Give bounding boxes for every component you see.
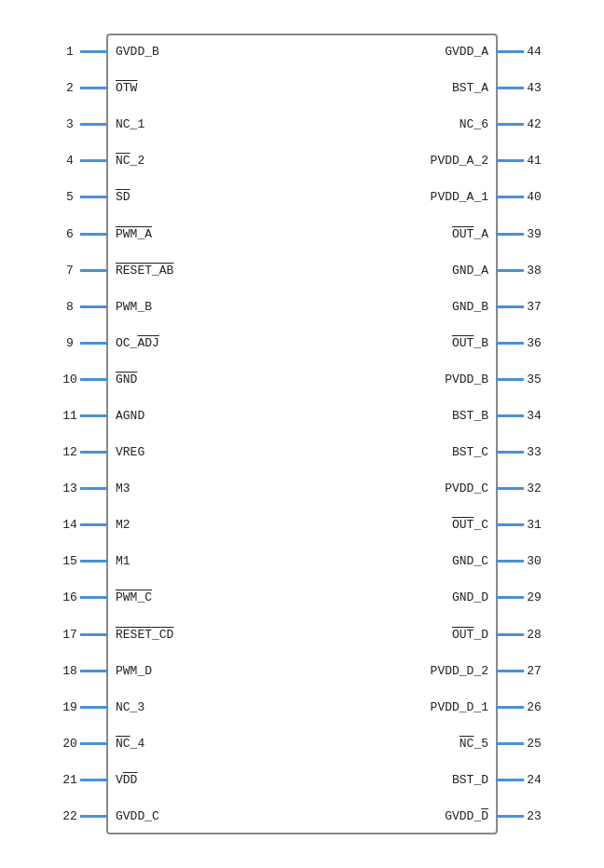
pin-line (496, 779, 524, 781)
pin-label-nc1: NC_1 (116, 118, 144, 130)
pin-label-out-c: OUT_C (452, 519, 488, 531)
pin-line (80, 742, 108, 745)
pin-number: 15 (60, 554, 80, 568)
pin-line (496, 159, 524, 162)
pin-number: 5 (60, 190, 80, 204)
pin-label-out-a: OUT_A (452, 228, 488, 240)
pin-row: 30 (496, 543, 572, 579)
pin-line (496, 815, 524, 818)
pin-label-nc5: NC_5 (460, 738, 488, 750)
pin-row: 16 (32, 579, 108, 616)
pin-label-bst-b: BST_B (452, 410, 488, 422)
pin-label-out-d: OUT_D (452, 629, 488, 641)
pin-line (80, 87, 108, 89)
pin-label-row: BST_B (445, 398, 496, 434)
pin-line (80, 159, 108, 162)
pin-row: 28 (496, 617, 572, 653)
pin-line (496, 233, 524, 236)
pin-label-row: M2 (108, 507, 295, 543)
pin-label-vdd: VDD (116, 774, 137, 786)
pin-row: 13 (32, 470, 108, 507)
pin-row: 10 (32, 361, 108, 398)
pin-label-gnd-c: GND_C (452, 555, 488, 567)
pin-number: 4 (60, 154, 80, 168)
pin-row: 34 (496, 398, 572, 434)
pin-line (496, 378, 524, 381)
pin-row: 15 (32, 543, 108, 579)
pin-label-row: NC_1 (108, 106, 295, 142)
pin-row: 19 (32, 689, 108, 726)
pin-line (80, 560, 108, 563)
pin-number: 41 (524, 154, 544, 168)
pin-label-row: OUT_C (445, 507, 496, 543)
pin-line (80, 451, 108, 454)
pin-row: 7 (32, 252, 108, 289)
pin-line (496, 706, 524, 709)
pin-label-bst-c: BST_C (452, 446, 488, 458)
pin-row: 44 (496, 34, 572, 70)
pin-number: 42 (524, 117, 544, 131)
pin-line (80, 596, 108, 599)
left-pins: 1 2 3 4 5 6 7 8 (32, 34, 108, 834)
pin-number: 2 (60, 81, 80, 95)
pin-label-gvdd-d: GVDD_D (445, 810, 488, 822)
pin-line (496, 50, 524, 53)
pin-row: 9 (32, 325, 108, 361)
pin-label-row: GND_D (445, 579, 496, 616)
pin-line (80, 50, 108, 53)
pin-label-m3: M3 (116, 482, 130, 495)
pin-label-reset-ab: RESET_AB (116, 264, 173, 277)
pin-label-pvdd-a2: PVDD_A_2 (431, 155, 488, 167)
pin-number: 25 (524, 737, 544, 751)
pin-row: 32 (496, 470, 572, 507)
pin-row: 36 (496, 325, 572, 361)
pin-label-nc3: NC_3 (116, 701, 144, 713)
pin-label-row: BST_C (445, 434, 496, 470)
pin-label-row: OC_ADJ (108, 325, 295, 361)
pin-label-agnd: AGND (116, 410, 144, 422)
pin-line (80, 233, 108, 236)
pin-label-m2: M2 (116, 519, 130, 531)
pin-row: 24 (496, 762, 572, 798)
pin-row: 5 (32, 179, 108, 215)
pin-line (80, 378, 108, 381)
pin-number: 11 (60, 409, 80, 423)
pin-line (496, 196, 524, 198)
pin-label-row: PVDD_A_1 (423, 179, 496, 215)
pin-line (496, 523, 524, 526)
pin-number: 32 (524, 481, 544, 495)
pin-number: 31 (524, 518, 544, 532)
pin-line (80, 123, 108, 126)
pin-label-row: OUT_A (445, 215, 496, 251)
pin-label-row: OUT_B (445, 325, 496, 361)
pin-number: 22 (60, 809, 80, 823)
pin-label-m1: M1 (116, 555, 130, 567)
pin-number: 13 (60, 481, 80, 495)
pin-label-row: GND_B (445, 289, 496, 325)
pin-line (496, 560, 524, 563)
pin-row: 2 (32, 70, 108, 106)
pin-number: 27 (524, 664, 544, 678)
pin-label-row: OUT_D (445, 617, 496, 653)
pin-line (496, 670, 524, 672)
pin-label-row: PVDD_A_2 (423, 142, 496, 179)
pin-label-gnd-d: GND_D (452, 591, 488, 604)
pin-number: 19 (60, 700, 80, 714)
pin-line (496, 451, 524, 454)
pin-row: 26 (496, 689, 572, 726)
pin-number: 24 (524, 773, 544, 787)
pin-row: 12 (32, 434, 108, 470)
pin-label-bst-d: BST_D (452, 774, 488, 786)
pin-label-bst-a: BST_A (452, 82, 488, 94)
pin-number: 17 (60, 628, 80, 642)
pin-row: 21 (32, 762, 108, 798)
pin-number: 16 (60, 590, 80, 604)
pin-line (80, 342, 108, 345)
pin-label-pwm-b: PWM_B (116, 301, 152, 313)
pin-line (80, 706, 108, 709)
pin-number: 34 (524, 409, 544, 423)
pin-label-pwm-a: PWM_A (116, 228, 152, 240)
pin-line (80, 670, 108, 672)
pin-number: 40 (524, 190, 544, 204)
pin-number: 23 (524, 809, 544, 823)
